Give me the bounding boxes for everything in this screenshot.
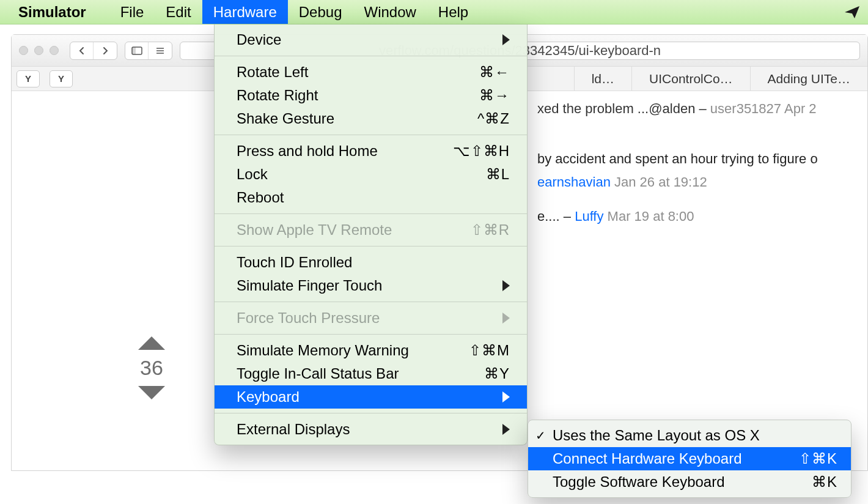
menu-item-label: Shake Gesture (237, 110, 334, 127)
vote-widget: 36 (138, 336, 165, 399)
menu-item[interactable]: Reboot (215, 186, 527, 209)
fav-button-2[interactable]: Y (50, 70, 73, 87)
submenu-item-shortcut: ⇧⌘K (799, 450, 837, 467)
menu-item-shortcut: ⌘Y (484, 365, 510, 382)
menu-item[interactable]: Device (215, 28, 527, 51)
vote-count: 36 (140, 356, 163, 380)
downvote-icon[interactable] (138, 386, 165, 399)
comment-date: Mar 19 at 8:00 (608, 209, 694, 224)
menu-item-label: Simulate Memory Warning (237, 342, 409, 359)
menu-separator (215, 334, 527, 335)
menu-item-label: Reboot (237, 189, 284, 206)
tray-send-icon[interactable] (844, 4, 861, 24)
menu-item[interactable]: Keyboard (215, 385, 527, 409)
menu-item[interactable]: Press and hold Home⌥⇧⌘H (215, 139, 527, 163)
menu-file[interactable]: File (109, 0, 155, 24)
view-group (125, 42, 172, 60)
menu-item-label: Toggle In-Call Status Bar (237, 365, 399, 382)
menu-item-label: Touch ID Enrolled (237, 254, 352, 271)
menu-separator (215, 135, 527, 135)
menu-item-label: Press and hold Home (237, 143, 378, 160)
menu-separator (215, 56, 527, 56)
menu-item[interactable]: Shake Gesture^⌘Z (215, 107, 527, 130)
fav-button-1[interactable]: Y (17, 70, 40, 87)
menu-item: Show Apple TV Remote⇧⌘R (215, 218, 527, 242)
minimize-button[interactable] (34, 46, 43, 55)
menu-item-label: External Displays (237, 421, 350, 438)
menu-item-shortcut: ⇧⌘M (469, 342, 510, 359)
menu-item: Force Touch Pressure (215, 306, 527, 330)
menu-item-shortcut: ⌥⇧⌘H (453, 143, 510, 160)
tab-1[interactable]: ld… (574, 67, 631, 91)
menu-item-label: Lock (237, 166, 268, 183)
menu-item[interactable]: Rotate Right⌘→ (215, 84, 527, 107)
comment-user-link[interactable]: earnshavian (537, 174, 611, 190)
forward-button[interactable] (94, 42, 117, 59)
back-button[interactable] (70, 42, 94, 59)
hardware-menu: DeviceRotate Left⌘←Rotate Right⌘→Shake G… (214, 24, 528, 445)
comment-date: Apr 2 (784, 101, 817, 116)
menu-item[interactable]: Simulate Memory Warning⇧⌘M (215, 339, 527, 362)
submenu-item-label: Uses the Same Layout as OS X (553, 427, 760, 444)
menu-hardware[interactable]: Hardware (202, 0, 288, 24)
comment-user: user351827 (710, 101, 781, 116)
menu-item[interactable]: Touch ID Enrolled (215, 251, 527, 274)
menu-item[interactable]: Simulate Finger Touch (215, 274, 527, 297)
traffic-lights (19, 46, 59, 55)
menu-item[interactable]: Lock⌘L (215, 163, 527, 186)
chevron-right-icon (502, 34, 510, 45)
submenu-item-label: Connect Hardware Keyboard (553, 450, 742, 467)
chevron-right-icon (502, 391, 510, 402)
menu-item-shortcut: ⌘← (479, 64, 510, 81)
app-name: Simulator (18, 4, 86, 21)
menu-item-label: Rotate Right (237, 87, 318, 104)
menu-item-shortcut: ^⌘Z (477, 110, 510, 127)
comment-user-link[interactable]: Luffy (575, 209, 603, 224)
menu-separator (215, 413, 527, 413)
chevron-right-icon (502, 424, 510, 435)
menu-item-shortcut: ⌘→ (479, 87, 510, 104)
chevron-right-icon (502, 280, 510, 291)
menu-window[interactable]: Window (353, 0, 427, 24)
menu-help[interactable]: Help (427, 0, 479, 24)
menu-item-label: Rotate Left (237, 64, 308, 81)
close-button[interactable] (19, 46, 28, 55)
keyboard-submenu: ✓Uses the Same Layout as OS XConnect Har… (528, 420, 851, 498)
tab-2[interactable]: UIControlCo… (631, 67, 750, 91)
nav-group (70, 42, 117, 60)
submenu-item[interactable]: Toggle Software Keyboard⌘K (528, 470, 851, 494)
menu-item-shortcut: ⇧⌘R (471, 221, 510, 239)
comment-text: by accident and spent an hour trying to … (537, 151, 818, 166)
submenu-item-label: Toggle Software Keyboard (553, 473, 725, 491)
check-icon: ✓ (535, 428, 546, 443)
menu-item-label: Keyboard (237, 388, 300, 406)
submenu-item[interactable]: Connect Hardware Keyboard⇧⌘K (528, 447, 851, 470)
menu-item[interactable]: Rotate Left⌘← (215, 61, 527, 84)
menu-edit[interactable]: Edit (155, 0, 202, 24)
svg-rect-1 (132, 47, 136, 54)
menu-debug[interactable]: Debug (288, 0, 353, 24)
submenu-item-shortcut: ⌘K (812, 473, 837, 491)
reader-button[interactable] (149, 42, 172, 59)
upvote-icon[interactable] (138, 336, 165, 350)
comment-date: Jan 26 at 19:12 (614, 174, 707, 190)
menu-item-label: Force Touch Pressure (237, 309, 380, 327)
menu-separator (215, 213, 527, 214)
comment-text: e.... – (537, 209, 575, 224)
submenu-item[interactable]: ✓Uses the Same Layout as OS X (528, 424, 851, 447)
menu-item-label: Device (237, 31, 281, 48)
chevron-right-icon (502, 313, 510, 324)
menubar: Simulator File Edit Hardware Debug Windo… (0, 0, 868, 24)
menu-item-shortcut: ⌘L (486, 166, 510, 183)
menu-item-label: Simulate Finger Touch (237, 277, 382, 294)
zoom-button[interactable] (50, 46, 59, 55)
comment-text: xed the problem ...@alden – (537, 101, 710, 116)
menu-separator (215, 246, 527, 246)
sidebar-toggle-button[interactable] (125, 42, 149, 59)
tab-3[interactable]: Adding UITe… (750, 67, 867, 91)
menu-item[interactable]: Toggle In-Call Status Bar⌘Y (215, 362, 527, 385)
menu-item[interactable]: External Displays (215, 418, 527, 441)
menu-item-label: Show Apple TV Remote (237, 221, 392, 239)
menu-separator (215, 302, 527, 302)
